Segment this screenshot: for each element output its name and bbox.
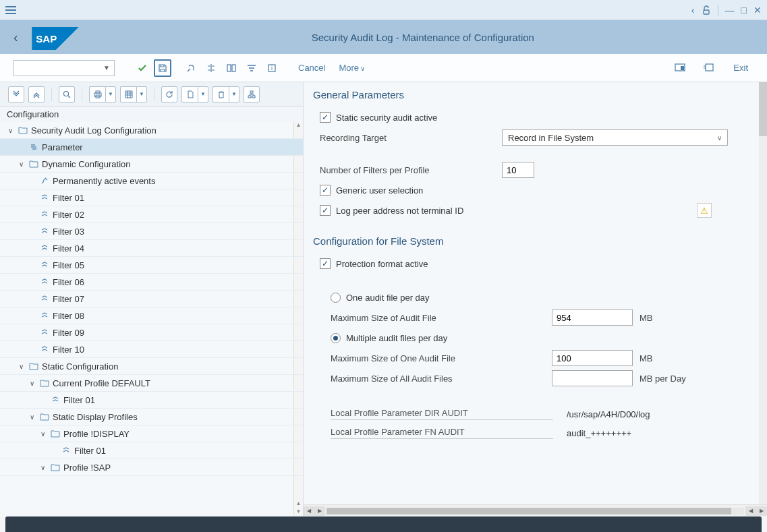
warning-icon[interactable]: ⚠	[697, 203, 712, 218]
tree-filter-10[interactable]: Filter 10	[0, 341, 303, 358]
tree-profile-sap[interactable]: ∨Profile !SAP	[0, 459, 303, 476]
tree-filter-01[interactable]: Filter 01	[0, 189, 303, 206]
tree-filter-08[interactable]: Filter 08	[0, 307, 303, 324]
config-tree: ▲ ▲ ▼ ∨Security Audit Log Configuration …	[0, 122, 303, 516]
svg-point-17	[31, 144, 32, 146]
one-per-day-label: One audit file per day	[346, 293, 430, 303]
tree-pd-filter-01[interactable]: Filter 01	[0, 442, 303, 459]
hierarchy-icon[interactable]	[244, 86, 260, 102]
tree-perm-active[interactable]: Permanently active events	[0, 173, 303, 189]
maximize-icon[interactable]: □	[741, 5, 747, 16]
svg-rect-15	[248, 96, 251, 98]
tree-filter-07[interactable]: Filter 07	[0, 291, 303, 307]
general-section-title: General Parameters	[310, 82, 752, 107]
one-per-day-radio[interactable]	[331, 293, 341, 303]
svg-text:i: i	[271, 65, 273, 71]
header: ‹ SAP Security Audit Log - Maintenance o…	[0, 20, 767, 54]
tree-filter-06[interactable]: Filter 06	[0, 274, 303, 291]
tree-parameter[interactable]: Parameter	[0, 139, 303, 156]
filter-icon[interactable]	[243, 59, 260, 77]
svg-point-18	[35, 148, 36, 150]
max-size-input[interactable]	[552, 309, 633, 326]
multiple-per-day-label: Multiple audit files per day	[346, 333, 447, 343]
minimize-icon[interactable]: —	[725, 5, 735, 16]
fn-audit-value: audit_++++++++	[567, 428, 631, 438]
max-all-input[interactable]	[552, 370, 633, 386]
document-icon[interactable]	[181, 86, 198, 102]
titlebar: ‹ — □ ✕	[0, 0, 767, 20]
prev-icon[interactable]: ‹	[691, 5, 695, 16]
print-icon[interactable]	[89, 86, 105, 102]
recording-target-select[interactable]: Record in File System ∨	[502, 129, 728, 146]
refresh-icon[interactable]	[161, 86, 177, 102]
tree-cp-filter-01[interactable]: Filter 01	[0, 392, 303, 409]
grid-icon[interactable]	[120, 86, 136, 102]
expand-all-icon[interactable]	[8, 86, 24, 102]
unlock-icon[interactable]	[702, 5, 711, 15]
svg-rect-8	[681, 66, 684, 70]
right-hscroll[interactable]: ◀ ▶ ◀ ▶	[304, 504, 767, 516]
search-icon[interactable]	[59, 86, 75, 102]
max-all-label: Maximum Size of All Audit Files	[331, 374, 552, 384]
sap-logo: SAP	[32, 27, 79, 47]
recording-target-label: Recording Target	[320, 133, 502, 143]
log-peer-checkbox[interactable]: ✓	[320, 205, 331, 216]
static-audit-checkbox[interactable]: ✓	[320, 112, 331, 123]
tree-dynamic[interactable]: ∨Dynamic Configuration	[0, 156, 303, 173]
tree-filter-03[interactable]: Filter 03	[0, 223, 303, 240]
tree-current-profile[interactable]: ∨Current Profile DEFAULT	[0, 375, 303, 392]
svg-rect-14	[250, 91, 253, 93]
protection-format-label: Protection format active	[336, 259, 428, 269]
tree-filter-05[interactable]: Filter 05	[0, 257, 303, 274]
tool-icon-1[interactable]	[182, 59, 200, 77]
generic-user-label: Generic user selection	[336, 185, 423, 196]
tree-header: Configuration	[0, 107, 303, 122]
accept-icon[interactable]	[134, 59, 151, 77]
multiple-per-day-radio[interactable]	[331, 333, 341, 343]
main-toolbar: ▼ i Cancel More∨ Exit	[0, 54, 767, 82]
dir-audit-label: Local Profile Parameter DIR AUDIT	[331, 408, 553, 420]
layout-icon[interactable]	[223, 59, 240, 77]
delete-icon[interactable]	[212, 86, 229, 102]
document-dropdown-icon[interactable]: ▼	[198, 86, 208, 102]
tree-filter-04[interactable]: Filter 04	[0, 240, 303, 257]
close-icon[interactable]: ✕	[754, 5, 762, 16]
print-dropdown-icon[interactable]: ▼	[105, 86, 116, 102]
mb-unit-1: MB	[640, 313, 653, 323]
max-one-input[interactable]	[552, 350, 633, 366]
tree-profile-display[interactable]: ∨Profile !DISPLAY	[0, 425, 303, 442]
tree-static[interactable]: ∨Static Configuration	[0, 358, 303, 375]
grid-dropdown-icon[interactable]: ▼	[136, 86, 147, 102]
num-filters-input[interactable]	[502, 162, 534, 178]
tree-static-display[interactable]: ∨Static Display Profiles	[0, 409, 303, 425]
tree-root[interactable]: ∨Security Audit Log Configuration	[0, 122, 303, 139]
info-icon[interactable]: i	[263, 59, 281, 77]
svg-text:SAP: SAP	[36, 33, 57, 45]
collapse-all-icon[interactable]	[28, 86, 45, 102]
svg-rect-3	[227, 65, 231, 71]
menu-icon[interactable]	[5, 3, 19, 17]
fn-audit-label: Local Profile Parameter FN AUDIT	[331, 427, 553, 439]
compare-icon[interactable]	[202, 59, 220, 77]
num-filters-label: Number of Filters per Profile	[320, 165, 502, 175]
save-icon[interactable]	[154, 59, 171, 77]
exit-button[interactable]: Exit	[733, 63, 748, 73]
left-panel: ▼ ▼ ▼ ▼ Configuration ▲ ▲ ▼	[0, 82, 304, 516]
generic-user-checkbox[interactable]: ✓	[320, 185, 331, 196]
tree-filter-09[interactable]: Filter 09	[0, 324, 303, 341]
cancel-button[interactable]: Cancel	[298, 63, 325, 73]
more-button[interactable]: More∨	[339, 63, 365, 73]
delete-dropdown-icon[interactable]: ▼	[229, 86, 239, 102]
protection-format-checkbox[interactable]: ✓	[320, 258, 331, 269]
back-button[interactable]: ‹	[13, 30, 18, 45]
log-peer-label: Log peer address not terminal ID	[336, 206, 463, 216]
tcode-dropdown[interactable]: ▼	[13, 60, 115, 76]
display-icon-1[interactable]	[671, 59, 689, 77]
right-scrollbar[interactable]	[759, 82, 767, 504]
page-title: Security Audit Log - Maintenance of Conf…	[92, 32, 754, 43]
tree-filter-02[interactable]: Filter 02	[0, 206, 303, 223]
max-size-label: Maximum Size of Audit File	[331, 313, 552, 323]
max-one-label: Maximum Size of One Audit File	[331, 353, 552, 363]
svg-rect-4	[232, 65, 235, 71]
display-icon-2[interactable]	[700, 59, 717, 77]
